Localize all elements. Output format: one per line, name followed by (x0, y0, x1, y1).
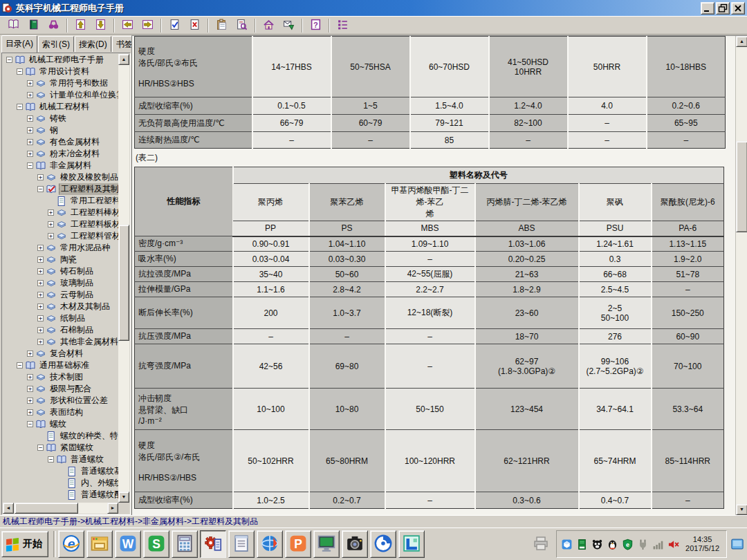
close-button[interactable] (731, 2, 745, 15)
collapse-minus-icon[interactable]: − (27, 162, 33, 169)
expand-plus-icon[interactable]: + (37, 280, 44, 286)
tree-item[interactable]: +纸制品 (3, 312, 118, 324)
taskbar-camera-tool-button[interactable] (342, 530, 368, 558)
content-scroll-up-arrow-icon[interactable]: ▲ (736, 36, 747, 47)
tree-item[interactable]: +工程塑料棒材 (3, 207, 118, 218)
expand-plus-icon[interactable]: + (27, 374, 33, 380)
tree-vertical-scrollbar[interactable]: ▲ ▼ (118, 54, 129, 503)
expand-plus-icon[interactable]: + (27, 151, 33, 157)
tree-item[interactable]: 普通螺纹配合的 (3, 489, 118, 501)
tree-item[interactable]: +复合材料 (3, 348, 118, 360)
antivirus-shield-tray-icon[interactable]: e (622, 539, 634, 550)
tree-item[interactable]: +技术制图 (3, 371, 118, 383)
content-scroll-down-arrow-icon[interactable]: ▼ (736, 504, 747, 515)
tree-item[interactable]: 螺纹的种类、特点和应用 (3, 430, 118, 442)
tree-item[interactable]: +铸铁 (3, 113, 118, 124)
taskbar-file-manager-button[interactable] (86, 530, 113, 558)
tree-item[interactable]: −螺纹 (3, 418, 118, 430)
tree-item[interactable]: +极限与配合 (3, 383, 118, 395)
paste-button[interactable] (212, 17, 231, 33)
doc-delete-button[interactable] (185, 17, 204, 33)
tree-item[interactable]: +粉末冶金材料 (3, 148, 118, 160)
expand-plus-icon[interactable]: + (27, 386, 33, 392)
tree-item[interactable]: +石棉制品 (3, 324, 118, 336)
tree-horizontal-scrollbar[interactable]: ◄ ► (3, 503, 118, 514)
taskbar-handbook-app-button[interactable] (200, 530, 226, 558)
show-desktop-button[interactable] (729, 530, 746, 558)
collapse-minus-icon[interactable]: − (17, 362, 23, 368)
expand-plus-icon[interactable]: + (37, 245, 44, 251)
tree-item[interactable]: +常用符号和数据 (3, 77, 118, 89)
taskbar-screen-tool-button[interactable] (398, 530, 425, 558)
expand-plus-icon[interactable]: + (27, 139, 33, 145)
expand-plus-icon[interactable]: + (27, 398, 33, 404)
help-button[interactable]: ? (306, 17, 325, 33)
expand-plus-icon[interactable]: + (27, 115, 33, 122)
tree-item[interactable]: −机械工程材料 (3, 101, 118, 113)
tree-item[interactable]: +陶瓷 (3, 254, 118, 265)
taskbar-wps-writer-button[interactable]: W (115, 530, 141, 558)
tree-scrollbar-thumb[interactable] (118, 225, 129, 342)
start-button[interactable]: 开始 (1, 531, 48, 557)
search-binoculars-button[interactable] (44, 17, 63, 33)
taskbar-notepad-button[interactable] (228, 530, 255, 558)
expand-plus-icon[interactable]: + (37, 256, 44, 263)
tree-item[interactable]: +木材及其制品 (3, 301, 118, 312)
tree-scroll-left-arrow-icon[interactable]: ◄ (3, 503, 14, 514)
tree-item[interactable]: −机械工程师电子手册 (3, 54, 118, 66)
content-scrollbar-thumb[interactable] (736, 141, 747, 232)
tree-scroll-up-arrow-icon[interactable]: ▲ (118, 54, 129, 65)
expand-plus-icon[interactable]: + (37, 292, 44, 298)
taskbar-wps-spreadsheet-button[interactable]: S (143, 530, 169, 558)
expand-plus-icon[interactable]: + (48, 221, 54, 227)
expand-plus-icon[interactable]: + (37, 304, 44, 310)
qq-messenger-tray-icon[interactable] (607, 539, 618, 550)
collapse-minus-icon[interactable]: − (17, 68, 23, 75)
tree-item[interactable]: 普通螺纹基本牙 (3, 465, 118, 477)
expand-plus-icon[interactable]: + (37, 327, 44, 333)
collapse-minus-icon[interactable]: − (37, 445, 44, 451)
tree-scroll-down-arrow-icon[interactable]: ▼ (118, 492, 129, 503)
expand-plus-icon[interactable]: + (27, 92, 33, 98)
minimize-button[interactable] (701, 2, 714, 15)
tree-item[interactable]: +其他非金属材料制品 (3, 336, 118, 348)
tree-item[interactable]: −普通螺纹 (3, 454, 118, 465)
expand-plus-icon[interactable]: + (37, 174, 44, 180)
scroll-up-button[interactable] (71, 17, 90, 33)
index-list-button[interactable] (333, 17, 352, 33)
panda-app-tray-icon[interactable] (591, 539, 603, 550)
tree-item[interactable]: −通用基础标准 (3, 360, 118, 371)
printer-tray-icon[interactable] (533, 535, 551, 553)
expand-plus-icon[interactable]: + (37, 268, 44, 274)
tree-item[interactable]: +形状和位置公差 (3, 395, 118, 407)
tree-item[interactable]: +工程塑料板材及薄膜 (3, 218, 118, 230)
taskbar-media-app-button[interactable] (370, 530, 396, 558)
expand-plus-icon[interactable]: + (27, 80, 33, 86)
feedback-mail-button[interactable] (279, 17, 298, 33)
tree-item[interactable]: +有色金属材料 (3, 136, 118, 148)
back-button[interactable] (118, 17, 137, 33)
taskbar-calculator-button[interactable] (172, 530, 198, 558)
tab-contents[interactable]: 目录(A) (1, 35, 37, 53)
power-plug-tray-icon[interactable] (637, 539, 649, 550)
tree-item[interactable]: +表面结构 (3, 407, 118, 418)
contents-book-button[interactable] (24, 17, 43, 33)
collapse-minus-icon[interactable]: − (27, 421, 33, 427)
content-vertical-scrollbar[interactable]: ▲ ▼ (735, 36, 747, 515)
restore-button[interactable] (716, 2, 730, 15)
tree-item[interactable]: −非金属材料 (3, 160, 118, 171)
collapse-minus-icon[interactable]: − (17, 104, 23, 110)
doc-accept-button[interactable] (165, 17, 184, 33)
taskbar-wps-presentation-button[interactable]: P (285, 530, 311, 558)
tree-item[interactable]: 内、外螺纹公差 (3, 477, 118, 489)
tree-item[interactable]: +计量单位和单位换算 (3, 89, 118, 101)
expand-plus-icon[interactable]: + (27, 409, 33, 416)
scroll-down-button[interactable] (91, 17, 110, 33)
tree-item[interactable]: −工程塑料及其制品 (3, 183, 118, 195)
home-button[interactable] (259, 17, 278, 33)
expand-plus-icon[interactable]: + (37, 315, 44, 321)
tree-item[interactable]: +铸石制品 (3, 265, 118, 277)
expand-plus-icon[interactable]: + (48, 233, 54, 239)
tree-item[interactable]: +常用水泥品种 (3, 242, 118, 254)
forward-button[interactable] (138, 17, 157, 33)
